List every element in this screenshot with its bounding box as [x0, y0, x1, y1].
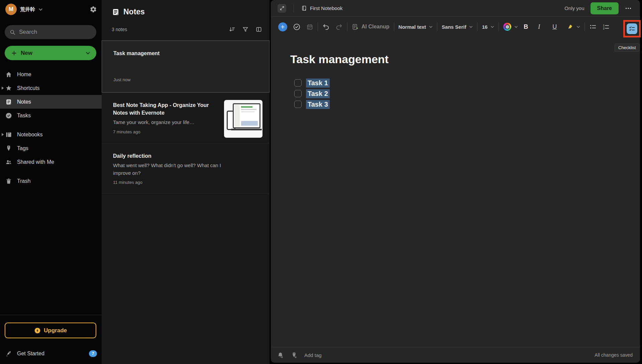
layout-columns-icon[interactable] — [255, 26, 262, 33]
checkbox[interactable] — [294, 79, 302, 87]
note-card-best-note-taking-app[interactable]: Best Note Taking App - Organize Your Not… — [102, 93, 270, 143]
divider — [437, 22, 437, 31]
note-card-task-management[interactable]: Task management Just now — [102, 40, 270, 93]
expand-note-icon[interactable] — [278, 4, 286, 13]
sidebar-item-label: Tasks — [17, 113, 31, 119]
star-icon — [5, 85, 12, 92]
filter-icon[interactable] — [242, 26, 249, 33]
insert-plus-button[interactable] — [278, 22, 287, 31]
bullet-list-icon[interactable] — [589, 23, 597, 30]
notebook-breadcrumb[interactable]: First Notebook — [301, 5, 343, 11]
get-started-row[interactable]: Get Started 7 — [5, 348, 97, 360]
sidebar-item-label: Shortcuts — [17, 85, 40, 91]
add-tag-icon[interactable] — [291, 352, 298, 359]
sort-icon[interactable] — [229, 26, 235, 33]
sidebar-item-shared-with-me[interactable]: Shared with Me — [0, 155, 102, 169]
checkbox[interactable] — [294, 90, 302, 97]
note-card-snippet: Tame your work, organize your life… — [113, 119, 220, 126]
editor-toolbar: AI Cleanup Normal text Sans Serif 16 — [271, 17, 640, 36]
chevron-down-icon — [469, 25, 473, 29]
checklist-tooltip: Checklist — [615, 43, 640, 52]
upgrade-button[interactable]: Upgrade — [5, 323, 96, 338]
more-options-icon[interactable] — [625, 5, 632, 12]
note-title[interactable]: Task management — [290, 53, 389, 66]
font-family-dropdown[interactable]: Sans Serif — [442, 24, 473, 30]
note-card-time: Just now — [113, 77, 130, 82]
upgrade-label: Upgrade — [44, 327, 67, 334]
undo-icon[interactable] — [322, 23, 330, 30]
settings-gear-icon[interactable] — [90, 6, 97, 13]
highlight-dropdown[interactable] — [567, 23, 580, 30]
sidebar-item-notebooks[interactable]: Notebooks — [0, 128, 102, 141]
task-label[interactable]: Task 2 — [306, 89, 330, 98]
sidebar-item-label: Notebooks — [17, 132, 43, 138]
sidebar-divider — [0, 315, 102, 315]
sidebar-item-notes[interactable]: Notes — [0, 95, 102, 109]
font-size-dropdown[interactable]: 16 — [482, 24, 494, 30]
highlight-icon — [567, 23, 573, 30]
notes-panel-header: Notes — [112, 7, 145, 16]
font-color-dropdown[interactable] — [503, 23, 518, 31]
ai-cleanup-label: AI Cleanup — [361, 24, 390, 30]
checklist-item: Task 2 — [294, 88, 330, 99]
checklist-button[interactable] — [627, 23, 637, 34]
bold-button[interactable]: B — [524, 23, 532, 30]
note-card-daily-reflection[interactable]: Daily reflection What went well? What di… — [102, 143, 270, 194]
notes-count: 3 notes — [112, 27, 127, 32]
svg-text:1: 1 — [603, 24, 605, 27]
share-button[interactable]: Share — [591, 2, 619, 14]
note-card-title: Best Note Taking App - Organize Your Not… — [113, 101, 213, 117]
text-style-value: Normal text — [399, 24, 426, 30]
divider — [294, 4, 294, 12]
note-icon — [5, 99, 12, 105]
chevron-down-icon — [514, 25, 518, 29]
insert-task-icon[interactable] — [293, 23, 301, 31]
plus-icon — [11, 50, 17, 56]
underline-button[interactable]: U — [552, 23, 561, 30]
italic-button[interactable]: I — [538, 23, 547, 30]
chevron-down-icon[interactable] — [86, 51, 90, 55]
note-thumbnail-image — [224, 100, 262, 138]
notebooks-icon — [5, 131, 12, 138]
notebook-name: First Notebook — [310, 5, 343, 11]
people-icon — [5, 159, 12, 165]
sidebar-item-shortcuts[interactable]: Shortcuts — [0, 81, 102, 95]
sidebar-item-label: Shared with Me — [17, 159, 54, 165]
text-style-dropdown[interactable]: Normal text — [399, 24, 433, 30]
note-card-time: 11 minutes ago — [113, 180, 258, 185]
search-bar[interactable] — [5, 25, 96, 39]
search-input[interactable] — [19, 29, 92, 35]
avatar[interactable]: M — [5, 4, 17, 15]
calendar-icon[interactable] — [306, 23, 313, 30]
redo-icon[interactable] — [335, 23, 343, 30]
checkbox[interactable] — [294, 101, 302, 108]
sidebar-item-tasks[interactable]: Tasks — [0, 109, 102, 122]
task-label[interactable]: Task 1 — [306, 79, 330, 88]
task-label[interactable]: Task 3 — [306, 100, 330, 109]
note-checklist: Task 1 Task 2 Task 3 — [294, 78, 330, 110]
sidebar-item-tags[interactable]: Tags — [0, 141, 102, 155]
account-name: 荒井幹 — [20, 6, 35, 13]
ai-cleanup-button[interactable]: AI Cleanup — [352, 23, 390, 30]
get-started-label: Get Started — [17, 351, 44, 357]
sidebar-item-trash[interactable]: Trash — [0, 174, 102, 188]
ai-cleanup-icon — [352, 23, 359, 30]
sidebar-item-label: Notes — [17, 99, 31, 105]
numbered-list-icon[interactable]: 12 — [602, 23, 610, 30]
note-card-snippet: What went well? What didn't go well? Wha… — [113, 162, 230, 177]
caret-right-icon[interactable] — [2, 87, 4, 90]
trash-icon — [5, 178, 12, 185]
sidebar-item-home[interactable]: Home — [0, 68, 102, 81]
caret-right-icon[interactable] — [2, 133, 4, 136]
account-row[interactable]: M 荒井幹 — [5, 3, 97, 15]
bolt-icon — [34, 327, 41, 334]
chevron-down-icon — [429, 25, 433, 29]
visibility-label: Only you — [564, 5, 584, 11]
add-tag-label[interactable]: Add tag — [304, 352, 322, 358]
sidebar: M 荒井幹 New Home — [0, 0, 102, 364]
save-status: All changes saved — [595, 352, 633, 358]
add-reminder-bell-icon[interactable] — [277, 352, 284, 359]
chevron-down-icon — [491, 25, 494, 29]
sidebar-nav: Home Shortcuts Notes Tasks — [0, 68, 102, 188]
new-button[interactable]: New — [5, 46, 96, 60]
